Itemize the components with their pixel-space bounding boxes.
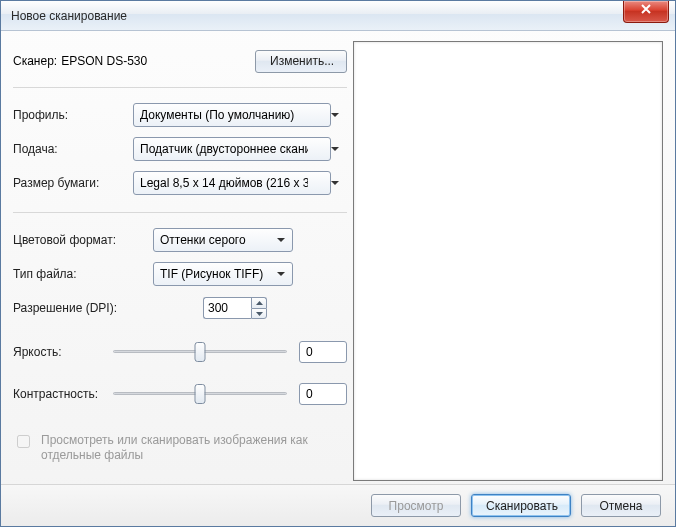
dpi-input[interactable]	[203, 297, 251, 319]
filetype-label: Тип файла:	[13, 267, 153, 281]
contrast-value[interactable]	[299, 383, 347, 405]
close-icon	[640, 4, 652, 14]
profile-label: Профиль:	[13, 108, 133, 122]
dpi-down-button[interactable]	[251, 308, 267, 319]
scan-button[interactable]: Сканировать	[471, 494, 571, 517]
contrast-label: Контрастность:	[13, 387, 113, 401]
color-select[interactable]: Оттенки серого	[153, 228, 293, 252]
feed-label: Подача:	[13, 142, 133, 156]
scan-dialog: Новое сканирование Сканер: EPSON DS-530 …	[0, 0, 676, 527]
paper-label: Размер бумаги:	[13, 176, 133, 190]
dpi-up-button[interactable]	[251, 297, 267, 308]
preview-button[interactable]: Просмотр	[371, 494, 461, 517]
change-scanner-button[interactable]: Изменить...	[255, 50, 347, 73]
separate-files-label: Просмотреть или сканировать изображения …	[41, 433, 311, 463]
settings-panel: Сканер: EPSON DS-530 Изменить... Профиль…	[13, 41, 353, 481]
brightness-value[interactable]	[299, 341, 347, 363]
scanner-label: Сканер:	[13, 54, 57, 68]
scanner-name: EPSON DS-530	[61, 54, 147, 68]
contrast-slider[interactable]	[113, 382, 287, 406]
dpi-label: Разрешение (DPI):	[13, 301, 153, 315]
close-button[interactable]	[623, 1, 669, 23]
profile-select[interactable]: Документы (По умолчанию)	[133, 103, 331, 127]
filetype-select[interactable]: TIF (Рисунок TIFF)	[153, 262, 293, 286]
color-label: Цветовой формат:	[13, 233, 153, 247]
separate-files-checkbox	[17, 435, 30, 448]
titlebar: Новое сканирование	[1, 1, 675, 31]
feed-select[interactable]: Податчик (двустороннее сканир	[133, 137, 331, 161]
window-title: Новое сканирование	[11, 9, 127, 23]
paper-select[interactable]: Legal 8,5 x 14 дюймов (216 x 356 м	[133, 171, 331, 195]
preview-area	[353, 41, 663, 481]
cancel-button[interactable]: Отмена	[581, 494, 661, 517]
brightness-slider[interactable]	[113, 340, 287, 364]
dialog-footer: Просмотр Сканировать Отмена	[1, 484, 675, 526]
brightness-label: Яркость:	[13, 345, 113, 359]
dpi-spinner[interactable]	[203, 297, 267, 319]
